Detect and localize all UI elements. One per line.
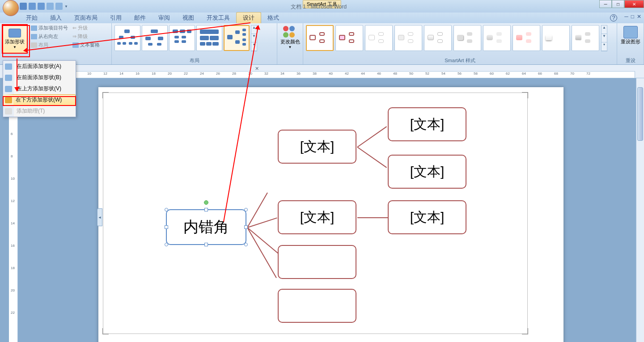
help-icon[interactable]: ? [610, 14, 617, 21]
tab-mailings[interactable]: 邮件 [128, 13, 152, 23]
dd-add-before[interactable]: 在前面添加形状(B) [3, 72, 76, 83]
sa-root-node[interactable]: 内错角 [166, 209, 246, 245]
window-controls: ─ □ ✕ [599, 0, 644, 8]
sa-node[interactable]: [文本] [388, 200, 466, 234]
dd-add-after[interactable]: 在后面添加形状(A) [3, 61, 76, 72]
textpane-button[interactable]: 文本窗格 [71, 41, 101, 49]
print-icon[interactable] [47, 3, 54, 10]
document-area: 246810121416182022 ◄ 内错角 [0, 78, 644, 342]
tab-developer[interactable]: 开发工具 [200, 13, 236, 23]
tab-insert[interactable]: 插入 [44, 13, 68, 23]
style-gallery: ▲▼▾ [305, 24, 608, 52]
rtl-button[interactable]: 从右向左 [30, 33, 69, 40]
sa-node[interactable] [278, 289, 356, 323]
page-scroll[interactable]: ◄ 内错角 [18, 78, 644, 342]
dd-add-above[interactable]: 在上方添加形状(V) [3, 83, 76, 94]
undo-icon[interactable] [29, 3, 36, 10]
ribbon-group-colors: 更改颜色 ▼ [277, 23, 303, 64]
layout-thumb-4[interactable] [196, 25, 222, 51]
rtl-icon [31, 34, 37, 39]
expand-gallery-icon[interactable]: ▾ [602, 42, 607, 51]
add-bullet-button[interactable]: 添加项目符号 [30, 24, 69, 32]
rotate-handle[interactable] [204, 200, 208, 205]
sel-handle[interactable] [204, 243, 208, 246]
tab-view[interactable]: 视图 [176, 13, 200, 23]
group-label-styles: SmartArt 样式 [305, 57, 615, 64]
style-gallery-more[interactable]: ▲▼▾ [601, 25, 607, 51]
style-thumb-3[interactable] [365, 25, 393, 51]
sel-handle[interactable] [244, 243, 248, 246]
style-thumb-8[interactable] [513, 25, 540, 51]
tab-home[interactable]: 开始 [20, 13, 44, 23]
mdi-close-icon[interactable]: ✕ [637, 13, 641, 20]
layout-thumb-3[interactable] [169, 25, 195, 51]
add-shape-button[interactable]: 添加形状 ▼ [2, 24, 28, 54]
scroll-up-icon[interactable]: ▲ [602, 25, 607, 34]
scroll-down-icon[interactable]: ▼ [251, 34, 257, 42]
style-thumb-1[interactable] [306, 25, 334, 51]
layout-gallery: ▲▼▾ [114, 24, 258, 52]
mdi-controls: ─ □ ✕ [624, 13, 641, 20]
vertical-scrollbar[interactable] [636, 78, 644, 342]
expand-gallery-icon[interactable]: ▾ [251, 42, 257, 51]
tab-pagelayout[interactable]: 页面布局 [68, 13, 104, 23]
layout-thumb-1[interactable] [114, 25, 140, 51]
style-thumb-2[interactable] [335, 25, 363, 51]
tab-references[interactable]: 引用 [104, 13, 128, 23]
sa-node[interactable]: [文本] [278, 200, 356, 234]
sa-node[interactable] [278, 245, 356, 279]
promote-button: ⇐升级 [71, 24, 101, 32]
style-thumb-9[interactable] [542, 25, 570, 51]
dd-add-below[interactable]: 在下方添加形状(W) [3, 94, 76, 106]
textpane-toggle[interactable]: ◄ [97, 208, 102, 226]
vertical-ruler[interactable]: 246810121416182022 [9, 78, 18, 342]
ribbon-group-reset: 重设图形 重设 [617, 23, 644, 64]
style-thumb-5[interactable] [424, 25, 452, 51]
minimize-button[interactable]: ─ [599, 0, 612, 8]
maximize-button[interactable]: □ [612, 0, 624, 8]
horizontal-ruler[interactable]: 2468101214161820222426283032343638404244… [18, 71, 635, 78]
scroll-up-icon[interactable]: ▲ [251, 25, 257, 34]
sel-handle[interactable] [244, 208, 248, 211]
qat-dropdown-icon[interactable]: ▼ [64, 4, 68, 8]
smartart-frame[interactable]: ◄ 内错角 [103, 93, 528, 334]
scroll-thumb[interactable] [637, 87, 643, 141]
frame-corner-tl [102, 92, 109, 98]
mdi-minimize-icon[interactable]: ─ [624, 13, 628, 20]
sa-connector [357, 126, 387, 148]
qat-more-icon[interactable] [55, 3, 63, 10]
sel-handle[interactable] [165, 225, 168, 229]
quick-access-toolbar: ▼ [20, 3, 68, 10]
scroll-down-icon[interactable]: ▼ [602, 34, 607, 42]
style-thumb-10[interactable] [572, 25, 599, 51]
change-colors-button[interactable]: 更改颜色 ▼ [279, 24, 301, 49]
office-button[interactable] [3, 0, 19, 16]
redo-icon[interactable] [38, 3, 45, 10]
layout-thumb-2[interactable] [142, 25, 168, 51]
tab-review[interactable]: 审阅 [152, 13, 176, 23]
save-icon[interactable] [20, 3, 27, 10]
sa-node[interactable]: [文本] [388, 155, 466, 189]
demote-icon: ⇒ [72, 34, 76, 39]
sa-node[interactable]: [文本] [278, 130, 356, 164]
layout-thumb-5[interactable] [224, 25, 250, 51]
sa-root-text: 内错角 [183, 217, 229, 237]
ribbon: 添加形状 ▼ 添加项目符号 从右向左 布局 ⇐升级 ⇒降级 文本窗格 . [0, 23, 644, 65]
style-thumb-6[interactable] [453, 25, 481, 51]
layout-button: 布局 [30, 41, 69, 49]
style-thumb-4[interactable] [394, 25, 422, 51]
close-button[interactable]: ✕ [624, 0, 644, 8]
sel-handle[interactable] [204, 208, 208, 211]
sa-node[interactable]: [文本] [388, 107, 466, 141]
add-below-icon [5, 97, 12, 103]
sel-handle[interactable] [165, 243, 168, 246]
sel-handle[interactable] [244, 225, 248, 229]
add-shape-icon [8, 29, 21, 38]
tab-format[interactable]: 格式 [261, 13, 285, 23]
reset-graphic-button[interactable]: 重设图形 [619, 24, 642, 45]
style-thumb-7[interactable] [483, 25, 511, 51]
sel-handle[interactable] [165, 208, 168, 211]
layout-gallery-more[interactable]: ▲▼▾ [251, 25, 257, 51]
tab-design[interactable]: 设计 [236, 12, 261, 23]
mdi-restore-icon[interactable]: □ [631, 13, 634, 20]
